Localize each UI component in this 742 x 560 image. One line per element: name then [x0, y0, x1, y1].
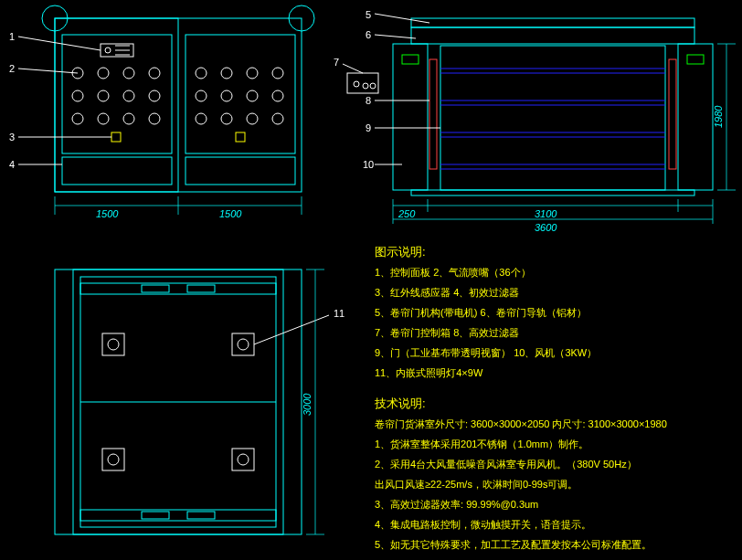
svg-rect-50	[411, 18, 694, 27]
svg-rect-57	[669, 59, 676, 169]
callout-8: 8	[366, 95, 371, 106]
text-block: 图示说明: 1、控制面板 2、气流喷嘴（36个） 3、红外线感应器 4、初效过滤…	[374, 245, 667, 550]
svg-point-33	[196, 113, 207, 124]
svg-rect-103	[232, 333, 254, 355]
legend-5: 9、门（工业基布带透明视窗） 10、风机（3KW）	[375, 347, 597, 358]
svg-point-16	[149, 68, 160, 79]
svg-line-40	[18, 69, 78, 73]
dim-side-h: 1980	[713, 44, 736, 190]
light-1	[102, 333, 124, 355]
svg-text:1500: 1500	[219, 208, 242, 219]
callout-7: 7	[334, 57, 339, 68]
svg-rect-58	[440, 46, 665, 190]
svg-point-26	[221, 68, 232, 79]
spec-4: 出风口风速≥22-25m/s，吹淋时间0-99s可调。	[375, 479, 578, 490]
callout-6: 6	[366, 29, 371, 40]
svg-rect-53	[678, 44, 713, 190]
plan-view: 11 3000	[55, 269, 344, 534]
svg-rect-54	[402, 55, 419, 64]
svg-rect-51	[411, 27, 694, 44]
svg-rect-67	[411, 190, 694, 195]
svg-rect-98	[80, 510, 276, 521]
legend-6: 11、内嵌式照明灯4×9W	[375, 367, 483, 378]
light-2	[232, 333, 254, 355]
svg-rect-3	[186, 35, 295, 153]
svg-rect-56	[429, 59, 437, 169]
svg-line-109	[254, 315, 329, 344]
svg-point-34	[221, 113, 232, 124]
svg-rect-2	[62, 35, 172, 153]
spec-7: 5、如无其它特殊要求，加工工艺及配置发按本公司标准配置。	[375, 539, 652, 550]
svg-point-108	[238, 454, 249, 465]
svg-point-69	[354, 81, 359, 87]
svg-rect-55	[687, 55, 704, 64]
svg-point-32	[272, 90, 283, 101]
svg-point-31	[247, 90, 258, 101]
svg-point-25	[196, 68, 207, 79]
svg-rect-97	[187, 285, 215, 292]
svg-point-9	[105, 48, 111, 53]
dim-plan-h: 3000	[302, 269, 324, 534]
svg-point-14	[98, 68, 109, 79]
svg-rect-95	[80, 283, 276, 294]
svg-point-29	[196, 90, 207, 101]
dim-front-left: 1500	[55, 196, 178, 219]
svg-rect-107	[232, 449, 254, 470]
svg-point-30	[221, 90, 232, 101]
callout-1: 1	[9, 31, 15, 42]
spec-6: 4、集成电路板控制，微动触摸开关，语音提示。	[375, 519, 591, 530]
svg-point-18	[98, 90, 109, 101]
svg-point-71	[370, 83, 376, 89]
svg-point-104	[238, 339, 249, 350]
callout-10: 10	[363, 159, 374, 170]
svg-rect-37	[111, 132, 121, 142]
control-box-7	[347, 73, 378, 93]
svg-rect-5	[186, 157, 295, 185]
nozzle-grid-left	[72, 68, 160, 124]
legend-3: 5、卷帘门机构(带电机) 6、卷帘门导轨（铝材）	[375, 307, 587, 318]
svg-text:3600: 3600	[535, 222, 557, 233]
callout-2: 2	[9, 63, 15, 74]
legend-4: 7、卷帘门控制箱 8、高效过滤器	[375, 327, 519, 338]
svg-point-36	[272, 113, 283, 124]
callout-3: 3	[9, 132, 15, 143]
svg-point-23	[123, 113, 134, 124]
svg-rect-99	[142, 512, 169, 519]
spec-3: 2、采用4台大风量低噪音风淋室专用风机。（380V 50Hz）	[375, 459, 637, 470]
light-3	[102, 449, 124, 470]
svg-text:1500: 1500	[96, 208, 119, 219]
svg-line-39	[18, 37, 101, 50]
svg-point-27	[247, 68, 258, 79]
svg-text:3000: 3000	[302, 393, 313, 416]
svg-point-70	[363, 83, 368, 89]
callout-4: 4	[9, 159, 15, 170]
legend-title: 图示说明:	[375, 245, 426, 259]
svg-text:1980: 1980	[713, 105, 724, 128]
callout-11: 11	[334, 308, 344, 319]
svg-point-20	[149, 90, 160, 101]
callout-5: 5	[366, 9, 371, 20]
svg-point-35	[247, 113, 258, 124]
legend-1: 1、控制面板 2、气流喷嘴（36个）	[375, 267, 531, 278]
svg-line-74	[343, 64, 363, 73]
dim-front-right: 1500	[178, 196, 302, 219]
front-elevation: 1 2 3 4 1500 1500	[9, 5, 314, 219]
svg-point-106	[108, 454, 119, 465]
spec-1: 卷帘门货淋室外尺寸: 3600×3000×2050 内尺寸: 3100×3000…	[375, 418, 667, 429]
callout-9: 9	[366, 122, 371, 133]
svg-point-102	[108, 339, 119, 350]
svg-rect-38	[236, 132, 245, 142]
svg-rect-101	[102, 333, 124, 355]
svg-text:250: 250	[398, 208, 416, 219]
spec-5: 3、高效过滤器效率: 99.99%@0.3um	[375, 499, 538, 510]
svg-text:3100: 3100	[535, 208, 557, 219]
svg-point-17	[72, 90, 83, 101]
svg-rect-4	[62, 157, 172, 185]
light-4	[232, 449, 254, 470]
svg-point-22	[98, 113, 109, 124]
svg-point-19	[123, 90, 134, 101]
svg-rect-96	[142, 285, 169, 292]
spec-title: 技术说明:	[374, 396, 426, 410]
svg-line-73	[375, 35, 416, 38]
nozzle-grid-right	[196, 68, 283, 124]
